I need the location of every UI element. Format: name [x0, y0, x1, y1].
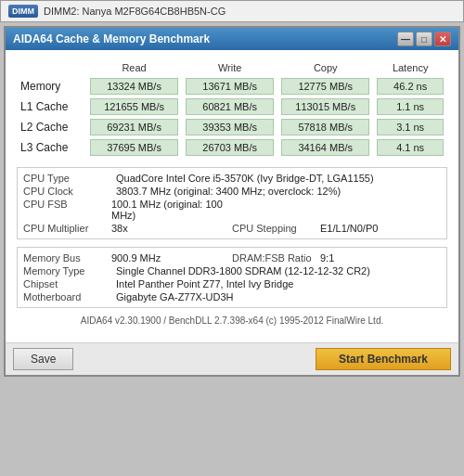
row-label-1: L1 Cache [17, 96, 86, 117]
row-label-0: Memory [17, 76, 86, 96]
mem-bus-value: 900.9 MHz [111, 252, 232, 264]
row-copy-0: 12775 MB/s [277, 76, 373, 96]
start-benchmark-button[interactable]: Start Benchmark [316, 348, 451, 370]
cpu-clock-value: 3803.7 MHz (original: 3400 MHz; overcloc… [116, 186, 441, 197]
table-header-row: Read Write Copy Latency [17, 59, 447, 76]
cpu-mult-value: 38x [111, 223, 232, 234]
window-title: AIDA64 Cache & Memory Benchmark [13, 32, 210, 45]
dram-fsb-cell: DRAM:FSB Ratio 9:1 [232, 252, 441, 264]
row-latency-3: 4.1 ns [373, 137, 447, 158]
row-write-3: 26703 MB/s [182, 137, 277, 158]
col-header-label [17, 59, 86, 76]
cpu-fsb-multiplier-row: CPU FSB 100.1 MHz (original: 100 MHz) [23, 198, 441, 222]
row-write-0: 13671 MB/s [182, 76, 277, 96]
mem-bus-label: Memory Bus [23, 252, 111, 264]
title-bar: AIDA64 Cache & Memory Benchmark — □ ✕ [6, 28, 458, 50]
cpu-stepping-label: CPU Stepping [232, 223, 320, 234]
chipset-label: Chipset [23, 278, 116, 289]
close-button[interactable]: ✕ [434, 32, 451, 46]
row-copy-1: 113015 MB/s [277, 96, 373, 117]
mem-info-section: Memory Bus 900.9 MHz DRAM:FSB Ratio 9:1 … [17, 247, 447, 308]
row-read-3: 37695 MB/s [86, 137, 182, 158]
col-header-write: Write [182, 59, 277, 76]
bottom-buttons-bar: Save Start Benchmark [6, 342, 458, 375]
col-header-latency: Latency [373, 59, 447, 76]
row-read-0: 13324 MB/s [86, 76, 182, 96]
motherboard-row: Motherboard Gigabyte GA-Z77X-UD3H [23, 290, 441, 303]
table-row: Memory 13324 MB/s 13671 MB/s 12775 MB/s … [17, 76, 447, 96]
cpu-fsb-label: CPU FSB [23, 199, 111, 221]
motherboard-label: Motherboard [23, 291, 116, 302]
dram-fsb-label: DRAM:FSB Ratio [232, 252, 320, 264]
table-row: L3 Cache 37695 MB/s 26703 MB/s 34164 MB/… [17, 137, 447, 158]
save-button[interactable]: Save [13, 348, 73, 370]
table-row: L1 Cache 121655 MB/s 60821 MB/s 113015 M… [17, 96, 447, 117]
chipset-row: Chipset Intel Panther Point Z77, Intel I… [23, 277, 441, 290]
main-window: AIDA64 Cache & Memory Benchmark — □ ✕ Re… [4, 26, 460, 377]
cpu-fsb-value: 100.1 MHz (original: 100 MHz) [111, 199, 232, 221]
mem-bus-cell: Memory Bus 900.9 MHz [23, 252, 232, 264]
dimm-icon: DIMM [8, 5, 38, 18]
cpu-clock-label: CPU Clock [23, 186, 116, 197]
cpu-fsb-cell: CPU FSB 100.1 MHz (original: 100 MHz) [23, 199, 232, 221]
footer-text: AIDA64 v2.30.1900 / BenchDLL 2.7.398-x64… [17, 315, 447, 326]
content-area: Read Write Copy Latency Memory 13324 MB/… [6, 50, 458, 342]
cpu-stepping-value: E1/L1/N0/P0 [320, 223, 441, 234]
device-desc-bar: DIMM DIMM2: Nanya M2F8G64CB8HB5N-CG [0, 0, 464, 22]
row-write-1: 60821 MB/s [182, 96, 277, 117]
cpu-mult-cell: CPU Multiplier 38x [23, 223, 232, 234]
col-header-copy: Copy [277, 59, 373, 76]
col-header-read: Read [86, 59, 182, 76]
cpu-mult-stepping-row: CPU Multiplier 38x CPU Stepping E1/L1/N0… [23, 222, 441, 235]
row-latency-0: 46.2 ns [373, 76, 447, 96]
row-read-2: 69231 MB/s [86, 117, 182, 137]
row-write-2: 39353 MB/s [182, 117, 277, 137]
row-copy-2: 57818 MB/s [277, 117, 373, 137]
row-latency-1: 1.1 ns [373, 96, 447, 117]
benchmark-table: Read Write Copy Latency Memory 13324 MB/… [17, 59, 447, 158]
motherboard-value: Gigabyte GA-Z77X-UD3H [116, 291, 441, 302]
mem-type-row: Memory Type Single Channel DDR3-1800 SDR… [23, 264, 441, 277]
mem-type-label: Memory Type [23, 265, 116, 277]
device-desc-text: DIMM2: Nanya M2F8G64CB8HB5N-CG [44, 6, 226, 17]
mem-bus-dram-row: Memory Bus 900.9 MHz DRAM:FSB Ratio 9:1 [23, 251, 441, 264]
restore-button[interactable]: □ [416, 32, 432, 46]
cpu-mult-label: CPU Multiplier [23, 223, 111, 234]
title-bar-buttons: — □ ✕ [397, 32, 451, 46]
row-read-1: 121655 MB/s [86, 96, 182, 117]
cpu-stepping-cell: CPU Stepping E1/L1/N0/P0 [232, 223, 441, 234]
row-label-2: L2 Cache [17, 117, 86, 137]
chipset-value: Intel Panther Point Z77, Intel Ivy Bridg… [116, 278, 441, 289]
cpu-type-value: QuadCore Intel Core i5-3570K (Ivy Bridge… [116, 173, 441, 184]
cpu-info-section: CPU Type QuadCore Intel Core i5-3570K (I… [17, 167, 447, 239]
cpu-type-row: CPU Type QuadCore Intel Core i5-3570K (I… [23, 172, 441, 185]
dram-fsb-value: 9:1 [320, 252, 441, 264]
cpu-clock-row: CPU Clock 3803.7 MHz (original: 3400 MHz… [23, 185, 441, 198]
row-label-3: L3 Cache [17, 137, 86, 158]
row-copy-3: 34164 MB/s [277, 137, 373, 158]
table-row: L2 Cache 69231 MB/s 39353 MB/s 57818 MB/… [17, 117, 447, 137]
cpu-type-label: CPU Type [23, 173, 116, 184]
minimize-button[interactable]: — [397, 32, 414, 46]
mem-type-value: Single Channel DDR3-1800 SDRAM (12-12-12… [116, 265, 441, 277]
row-latency-2: 3.1 ns [373, 117, 447, 137]
